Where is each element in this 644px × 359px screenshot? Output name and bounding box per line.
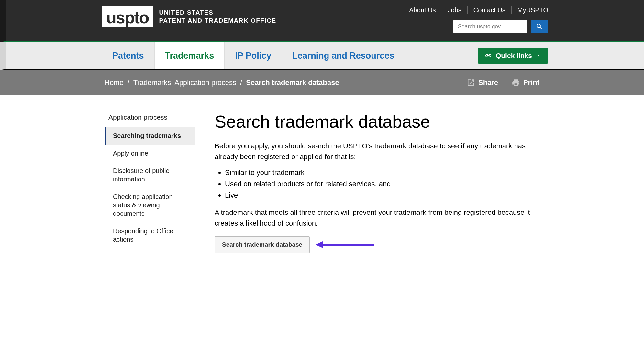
chevron-down-icon	[536, 53, 541, 58]
breadcrumb: Home / Trademarks: Application process /…	[105, 78, 339, 87]
nav-learning[interactable]: Learning and Resources	[282, 42, 405, 69]
share-link[interactable]: Share	[467, 78, 498, 87]
link-myuspto[interactable]: MyUSPTO	[512, 6, 548, 14]
crumb-home[interactable]: Home	[105, 78, 124, 87]
link-icon	[485, 52, 492, 59]
share-label: Share	[478, 78, 498, 87]
logo-text: uspto	[106, 9, 149, 26]
page-title: Search trademark database	[215, 111, 539, 132]
annotation-arrow-icon	[316, 240, 374, 249]
org-line1: UNITED STATES	[159, 9, 276, 17]
logo-area[interactable]: uspto UNITED STATES PATENT AND TRADEMARK…	[102, 6, 276, 27]
link-contact-us[interactable]: Contact Us	[468, 6, 512, 14]
nav-trademarks[interactable]: Trademarks	[155, 42, 225, 69]
sidebar: Application process Searching trademarks…	[105, 111, 195, 253]
sidebar-item-checking-status[interactable]: Checking application status & viewing do…	[105, 188, 195, 222]
print-label: Print	[523, 78, 539, 87]
link-about-us[interactable]: About Us	[403, 6, 442, 14]
share-icon	[467, 78, 475, 87]
breadcrumb-bar: Home / Trademarks: Application process /…	[0, 70, 644, 95]
search-input[interactable]	[453, 20, 527, 33]
main-nav: Patents Trademarks IP Policy Learning an…	[0, 42, 644, 70]
svg-marker-1	[316, 241, 323, 248]
logo-box: uspto	[102, 6, 153, 27]
nav-patents[interactable]: Patents	[102, 42, 155, 69]
print-link[interactable]: Print	[512, 78, 539, 87]
sidebar-item-responding[interactable]: Responding to Office actions	[105, 222, 195, 248]
search-trademark-database-button[interactable]: Search trademark database	[215, 236, 310, 253]
crumb-sep: /	[128, 78, 129, 87]
search-button[interactable]	[531, 20, 548, 33]
top-links: About Us Jobs Contact Us MyUSPTO	[403, 6, 548, 14]
criteria-list: Similar to your trademark Used on relate…	[225, 167, 539, 201]
crumb-current: Search trademark database	[246, 78, 339, 87]
link-jobs[interactable]: Jobs	[442, 6, 468, 14]
quick-links-label: Quick links	[496, 52, 532, 60]
action-sep: |	[504, 78, 506, 87]
quick-links-button[interactable]: Quick links	[478, 48, 548, 64]
crumb-sep: /	[240, 78, 242, 87]
followup-paragraph: A trademark that meets all three criteri…	[215, 207, 539, 228]
sidebar-item-searching[interactable]: Searching trademarks	[105, 127, 195, 145]
org-name: UNITED STATES PATENT AND TRADEMARK OFFIC…	[159, 9, 276, 25]
org-line2: PATENT AND TRADEMARK OFFICE	[159, 17, 276, 25]
criteria-item: Live	[225, 190, 539, 201]
sidebar-item-apply-online[interactable]: Apply online	[105, 145, 195, 162]
sidebar-title: Application process	[105, 111, 195, 127]
sidebar-item-disclosure[interactable]: Disclosure of public information	[105, 162, 195, 188]
print-icon	[512, 78, 520, 87]
search-icon	[536, 23, 543, 30]
crumb-trademarks-app-process[interactable]: Trademarks: Application process	[133, 78, 236, 87]
intro-paragraph: Before you apply, you should search the …	[215, 141, 539, 162]
nav-ip-policy[interactable]: IP Policy	[225, 42, 282, 69]
criteria-item: Similar to your trademark	[225, 167, 539, 178]
site-header: uspto UNITED STATES PATENT AND TRADEMARK…	[0, 0, 644, 42]
criteria-item: Used on related products or for related …	[225, 179, 539, 189]
content: Search trademark database Before you app…	[215, 111, 539, 253]
